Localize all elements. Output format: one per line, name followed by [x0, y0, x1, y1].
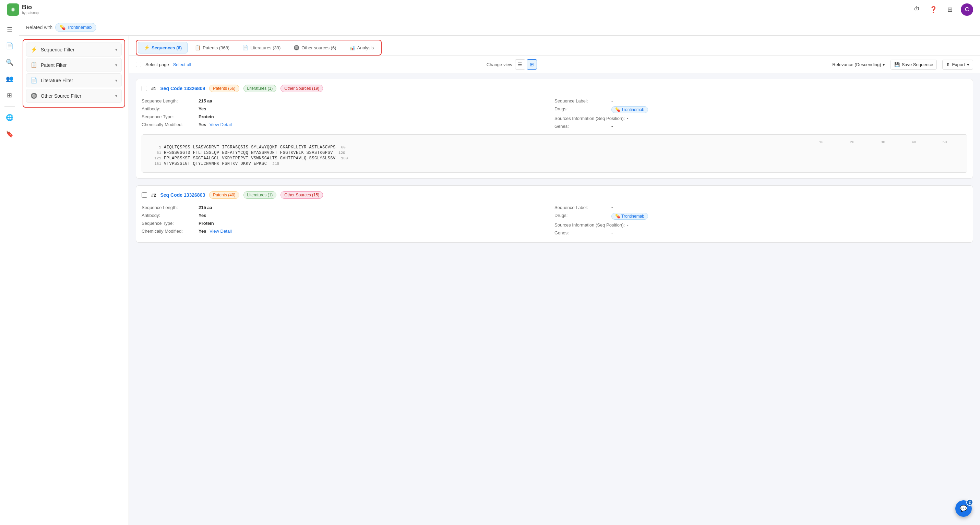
- relevance-select[interactable]: Relevance (Descending) ▾: [832, 62, 885, 67]
- select-page-checkbox[interactable]: [136, 62, 141, 67]
- result-fields-1: Sequence Length: 215 aa Antibody: Yes Se…: [142, 97, 967, 130]
- result-number-1: #1: [151, 86, 156, 91]
- tab-icon-sequences: ⚡: [144, 45, 150, 51]
- field-label: Chemically Modified:: [142, 228, 196, 234]
- field-row: Chemically Modified: Yes View Detail: [142, 227, 554, 235]
- field-value: -: [611, 230, 613, 235]
- filter-item-left: 🔘 Other Source Filter: [30, 92, 81, 99]
- user-avatar[interactable]: C: [961, 3, 973, 16]
- result-checkbox-1[interactable]: [142, 86, 147, 91]
- sidebar-users-icon[interactable]: 👥: [3, 72, 16, 86]
- breadcrumb-drug-tag[interactable]: 💊 Trontinemab: [55, 23, 96, 32]
- lit-badge-2[interactable]: Literatures (1): [243, 191, 277, 199]
- floating-badge: 2: [966, 499, 973, 506]
- lit-badge-1[interactable]: Literatures (1): [243, 85, 277, 92]
- tab-label-analysis: Analysis: [357, 45, 374, 51]
- result-fields-2: Sequence Length: 215 aa Antibody: Yes Se…: [142, 203, 967, 237]
- tab-icon-analysis: 📊: [349, 45, 355, 51]
- patents-badge-2[interactable]: Patents (40): [209, 191, 239, 199]
- filter-item-sequence[interactable]: ⚡ Sequence Filter ▾: [26, 43, 122, 57]
- filter-panel-border: ⚡ Sequence Filter ▾ 📋 Patent Filter ▾ 📄 …: [22, 39, 125, 108]
- field-row: Genes: -: [554, 229, 967, 237]
- tab-patents[interactable]: 📋 Patents (368): [189, 42, 235, 54]
- grid-icon[interactable]: ⊞: [944, 4, 955, 15]
- field-value: -: [611, 205, 613, 210]
- field-label: Chemically Modified:: [142, 122, 196, 127]
- field-label: Genes:: [554, 230, 609, 235]
- tab-sequences[interactable]: ⚡ Sequences (6): [138, 42, 188, 54]
- result-header: #2 Seq Code 13326803 Patents (40) Litera…: [142, 191, 967, 199]
- field-label: Genes:: [554, 124, 609, 129]
- field-label: Sequence Length:: [142, 98, 196, 103]
- filter-item-other[interactable]: 🔘 Other Source Filter ▾: [26, 89, 122, 103]
- tab-label-patents: Patents (368): [203, 45, 229, 51]
- view-detail-link[interactable]: View Detail: [208, 228, 231, 234]
- drug-tag[interactable]: 💊 Trontinemab: [611, 106, 648, 113]
- other-badge-1[interactable]: Other Sources (19): [280, 85, 323, 92]
- field-value: -: [627, 116, 628, 121]
- sidebar-grid-icon[interactable]: ⊞: [3, 89, 16, 102]
- field-row-drugs: Drugs: 💊 Trontinemab: [554, 105, 967, 114]
- field-row: Sources Information (Seq Position): -: [554, 221, 967, 229]
- breadcrumb-related-label: Related with: [26, 25, 52, 30]
- select-all-link[interactable]: Select all: [173, 62, 191, 67]
- filter-item-label-sequence: Sequence Filter: [41, 47, 75, 52]
- result-card-2: #2 Seq Code 13326803 Patents (40) Litera…: [136, 186, 973, 243]
- filter-item-icon-patent: 📋: [30, 62, 37, 68]
- field-row: Sources Information (Seq Position): -: [554, 114, 967, 122]
- tab-literatures[interactable]: 📄 Literatures (39): [237, 42, 286, 54]
- field-value: 215 aa: [199, 205, 212, 210]
- save-label: Save Sequence: [902, 62, 933, 67]
- filter-item-icon-sequence: ⚡: [30, 46, 37, 53]
- sidebar-globe-icon[interactable]: 🌐: [3, 111, 16, 124]
- toolbar-left: Select page Select all: [136, 62, 191, 67]
- filter-item-literature[interactable]: 📄 Literature Filter ▾: [26, 73, 122, 87]
- seq-row: 1 AIQLTQSPSS LSASVGDRVT ITCRASQSIS SYLAW…: [148, 145, 961, 150]
- save-icon: 💾: [894, 62, 900, 67]
- sidebar-menu-icon[interactable]: ☰: [3, 22, 16, 36]
- floating-chat-btn[interactable]: 💬 2: [955, 500, 972, 517]
- field-label: Drugs:: [554, 213, 609, 220]
- field-row: Sequence Type: Protein: [142, 113, 554, 121]
- field-row: Sequence Label: -: [554, 97, 967, 105]
- tab-label-sequences: Sequences (6): [151, 45, 182, 51]
- field-value: Protein: [199, 114, 214, 119]
- tab-other_sources[interactable]: 🔘 Other sources (6): [288, 42, 342, 54]
- left-sidebar: ☰ 📄 🔍 👥 ⊞ 🌐 🔖: [0, 19, 19, 525]
- field-label: Antibody:: [142, 106, 196, 111]
- view-toggle: ☰ ⊞: [515, 59, 537, 70]
- help-icon[interactable]: ❓: [928, 4, 939, 15]
- sidebar-bookmark-icon[interactable]: 🔖: [3, 127, 16, 141]
- filter-item-icon-other: 🔘: [30, 92, 37, 99]
- filter-chevron-icon-literature: ▾: [115, 78, 117, 83]
- app-logo: Bio by patsnap: [7, 3, 39, 16]
- result-card-1: #1 Seq Code 13326809 Patents (66) Litera…: [136, 79, 973, 179]
- grid-view-btn[interactable]: ⊞: [527, 59, 537, 70]
- sidebar-search-icon[interactable]: 🔍: [3, 56, 16, 69]
- field-row: Sequence Type: Protein: [142, 219, 554, 227]
- field-row: Sequence Length: 215 aa: [142, 203, 554, 211]
- tab-analysis[interactable]: 📊 Analysis: [344, 42, 380, 54]
- list-view-btn[interactable]: ☰: [515, 59, 525, 70]
- result-number-2: #2: [151, 193, 156, 198]
- field-label: Sequence Type:: [142, 114, 196, 119]
- filter-item-patent[interactable]: 📋 Patent Filter ▾: [26, 58, 122, 72]
- result-title-2[interactable]: Seq Code 13326803: [160, 192, 205, 198]
- drug-tag[interactable]: 💊 Trontinemab: [611, 213, 648, 220]
- timer-icon[interactable]: ⏱: [912, 4, 923, 15]
- field-value: Protein: [199, 221, 214, 226]
- view-detail-link[interactable]: View Detail: [208, 122, 231, 127]
- field-value: Yes: [199, 122, 206, 127]
- result-checkbox-2[interactable]: [142, 192, 147, 198]
- patents-badge-1[interactable]: Patents (66): [209, 85, 239, 92]
- field-row: Sequence Length: 215 aa: [142, 97, 554, 105]
- result-title-1[interactable]: Seq Code 13326809: [160, 86, 205, 91]
- field-label: Antibody:: [142, 213, 196, 218]
- other-badge-2[interactable]: Other Sources (15): [280, 191, 323, 199]
- save-sequence-btn[interactable]: 💾 Save Sequence: [891, 60, 937, 70]
- scale-header: 1020304050: [148, 140, 961, 145]
- export-btn[interactable]: ⬆ Export ▾: [942, 60, 973, 70]
- filter-item-label-patent: Patent Filter: [41, 62, 67, 68]
- results-toolbar: Select page Select all Change view ☰ ⊞: [129, 56, 980, 73]
- sidebar-doc-icon[interactable]: 📄: [3, 39, 16, 53]
